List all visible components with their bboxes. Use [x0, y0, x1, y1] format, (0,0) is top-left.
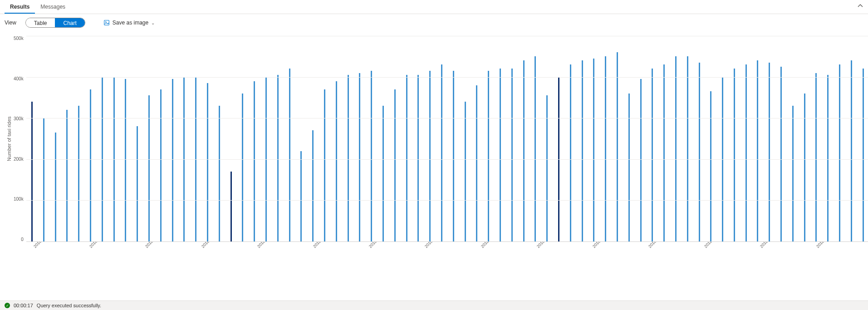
- bar: [178, 36, 190, 241]
- status-time: 00:00:17: [14, 303, 33, 308]
- collapse-icon[interactable]: [857, 3, 863, 10]
- save-as-image-button[interactable]: Save as image ⌄: [103, 20, 155, 26]
- bar: [424, 36, 436, 241]
- bar: [506, 36, 518, 241]
- bar: [857, 36, 868, 241]
- bar: [822, 36, 834, 241]
- bar: [834, 36, 846, 241]
- bar: [272, 36, 284, 241]
- tab-messages[interactable]: Messages: [35, 1, 71, 14]
- plot-area: [26, 36, 868, 242]
- bar: [202, 36, 214, 241]
- bar: [26, 36, 38, 241]
- bar: [354, 36, 366, 241]
- bar: [190, 36, 202, 241]
- x-axis-ticks: 2016-01-01T00:00:00...2016-01-06T00:00:0…: [33, 242, 868, 280]
- bar: [73, 36, 85, 241]
- bar: [717, 36, 729, 241]
- bar: [564, 36, 576, 241]
- y-axis-label: Number of taxi rides: [5, 36, 14, 242]
- bar: [96, 36, 108, 241]
- result-tabs: Results Messages: [0, 0, 868, 14]
- bar: [213, 36, 225, 241]
- chevron-down-icon: ⌄: [151, 20, 155, 25]
- bar: [389, 36, 401, 241]
- bar: [342, 36, 354, 241]
- bar: [752, 36, 764, 241]
- bar: [412, 36, 424, 241]
- y-axis-ticks: 500k400k300k200k100k0: [14, 36, 26, 242]
- bar: [647, 36, 658, 241]
- bar: [249, 36, 260, 241]
- bar: [729, 36, 740, 241]
- bar: [155, 36, 167, 241]
- save-image-icon: [103, 20, 110, 26]
- svg-point-1: [105, 21, 106, 22]
- bar: [576, 36, 588, 241]
- tab-results[interactable]: Results: [5, 1, 35, 14]
- toggle-table[interactable]: Table: [26, 18, 55, 27]
- bar: [284, 36, 295, 241]
- bar: [378, 36, 389, 241]
- bar: [810, 36, 822, 241]
- bar: [495, 36, 506, 241]
- bar: [132, 36, 143, 241]
- bar: [120, 36, 132, 241]
- bar: [307, 36, 319, 241]
- bar: [319, 36, 331, 241]
- bar: [787, 36, 799, 241]
- bar: [483, 36, 495, 241]
- bar: [682, 36, 693, 241]
- success-icon: ✓: [5, 303, 10, 308]
- bar: [693, 36, 705, 241]
- bar: [85, 36, 97, 241]
- bar: [447, 36, 459, 241]
- bar: [600, 36, 612, 241]
- status-message: Query executed successfully.: [37, 303, 101, 308]
- bar: [167, 36, 178, 241]
- view-label: View: [5, 20, 16, 26]
- bar: [436, 36, 448, 241]
- bar: [49, 36, 61, 241]
- bar: [705, 36, 717, 241]
- bar: [553, 36, 565, 241]
- bar: [459, 36, 471, 241]
- chart-legend: rides_per_day holiday_rides: [5, 286, 868, 300]
- view-toggle: Table Chart: [25, 18, 85, 28]
- x-axis-label: Day in a year: [5, 280, 868, 286]
- bar: [541, 36, 553, 241]
- bar: [775, 36, 787, 241]
- bar: [635, 36, 647, 241]
- bar: [260, 36, 272, 241]
- bar: [366, 36, 378, 241]
- bar: [658, 36, 670, 241]
- bar: [108, 36, 120, 241]
- bar: [612, 36, 623, 241]
- bar: [740, 36, 752, 241]
- chart-area: Number of taxi rides 500k400k300k200k100…: [0, 31, 868, 300]
- bar: [530, 36, 541, 241]
- bar: [518, 36, 530, 241]
- bar: [670, 36, 682, 241]
- bar: [845, 36, 857, 241]
- bar: [237, 36, 249, 241]
- toolbar: View Table Chart Save as image ⌄: [0, 14, 868, 31]
- bar: [61, 36, 73, 241]
- bar: [764, 36, 775, 241]
- bar: [588, 36, 600, 241]
- bar: [623, 36, 635, 241]
- bar: [330, 36, 342, 241]
- bar: [143, 36, 155, 241]
- bar: [38, 36, 49, 241]
- save-image-label: Save as image: [113, 20, 148, 26]
- bar: [799, 36, 810, 241]
- bar: [295, 36, 307, 241]
- status-bar: ✓ 00:00:17 Query executed successfully.: [0, 300, 868, 310]
- bar: [401, 36, 412, 241]
- bar: [225, 36, 237, 241]
- svg-rect-0: [104, 20, 109, 25]
- toggle-chart[interactable]: Chart: [55, 18, 84, 27]
- bar: [471, 36, 483, 241]
